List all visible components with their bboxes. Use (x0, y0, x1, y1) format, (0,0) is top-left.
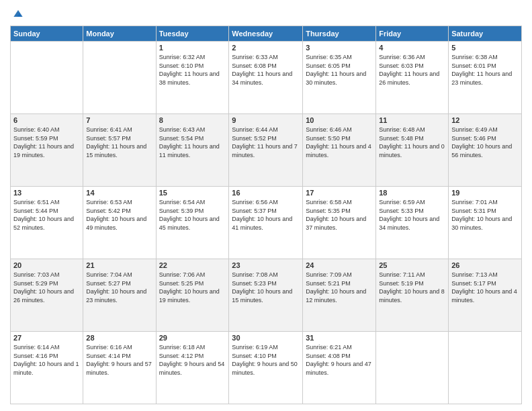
calendar-week-0: 1Sunrise: 6:32 AM Sunset: 6:10 PM Daylig… (11, 42, 522, 114)
day-number: 3 (306, 44, 373, 52)
calendar-cell: 11Sunrise: 6:48 AM Sunset: 5:48 PM Dayli… (376, 114, 449, 187)
calendar-cell: 15Sunrise: 6:54 AM Sunset: 5:39 PM Dayli… (156, 187, 229, 259)
cell-content: Sunrise: 7:04 AM Sunset: 5:27 PM Dayligh… (86, 271, 152, 304)
logo (10, 7, 25, 20)
calendar-cell: 2Sunrise: 6:33 AM Sunset: 6:08 PM Daylig… (229, 42, 303, 114)
cell-content: Sunrise: 6:40 AM Sunset: 5:59 PM Dayligh… (13, 126, 80, 159)
day-number: 16 (232, 189, 300, 197)
day-header-wednesday: Wednesday (229, 26, 303, 42)
day-number: 7 (86, 116, 152, 124)
day-header-sunday: Sunday (11, 26, 83, 42)
calendar-week-1: 6Sunrise: 6:40 AM Sunset: 5:59 PM Daylig… (11, 114, 522, 187)
calendar-cell: 3Sunrise: 6:35 AM Sunset: 6:05 PM Daylig… (303, 42, 376, 114)
calendar-cell: 19Sunrise: 7:01 AM Sunset: 5:31 PM Dayli… (449, 187, 522, 259)
day-number: 25 (379, 261, 445, 269)
cell-content: Sunrise: 6:49 AM Sunset: 5:46 PM Dayligh… (451, 126, 519, 159)
cell-content: Sunrise: 7:13 AM Sunset: 5:17 PM Dayligh… (451, 271, 519, 304)
day-number: 2 (232, 44, 300, 52)
cell-content: Sunrise: 6:19 AM Sunset: 4:10 PM Dayligh… (232, 343, 300, 377)
calendar-cell (449, 332, 522, 404)
calendar-week-4: 27Sunrise: 6:14 AM Sunset: 4:16 PM Dayli… (11, 332, 522, 404)
calendar-cell: 6Sunrise: 6:40 AM Sunset: 5:59 PM Daylig… (11, 114, 83, 187)
cell-content: Sunrise: 6:35 AM Sunset: 6:05 PM Dayligh… (306, 53, 373, 87)
cell-content: Sunrise: 6:56 AM Sunset: 5:37 PM Dayligh… (232, 198, 300, 232)
day-number: 4 (379, 44, 445, 52)
cell-content: Sunrise: 6:59 AM Sunset: 5:33 PM Dayligh… (379, 198, 445, 232)
day-number: 20 (13, 261, 80, 269)
calendar-cell: 10Sunrise: 6:46 AM Sunset: 5:50 PM Dayli… (303, 114, 376, 187)
calendar-cell: 24Sunrise: 7:09 AM Sunset: 5:21 PM Dayli… (303, 259, 376, 332)
day-number: 1 (159, 44, 226, 52)
calendar-cell: 9Sunrise: 6:44 AM Sunset: 5:52 PM Daylig… (229, 114, 303, 187)
day-number: 18 (379, 189, 445, 197)
calendar-cell: 8Sunrise: 6:43 AM Sunset: 5:54 PM Daylig… (156, 114, 229, 187)
day-number: 22 (159, 261, 226, 269)
calendar-week-2: 13Sunrise: 6:51 AM Sunset: 5:44 PM Dayli… (11, 187, 522, 259)
header (10, 7, 522, 20)
calendar-cell: 26Sunrise: 7:13 AM Sunset: 5:17 PM Dayli… (449, 259, 522, 332)
calendar-cell: 5Sunrise: 6:38 AM Sunset: 6:01 PM Daylig… (449, 42, 522, 114)
day-number: 13 (13, 189, 80, 197)
day-number: 21 (86, 261, 152, 269)
calendar-cell: 14Sunrise: 6:53 AM Sunset: 5:42 PM Dayli… (83, 187, 156, 259)
calendar-cell: 18Sunrise: 6:59 AM Sunset: 5:33 PM Dayli… (376, 187, 449, 259)
day-number: 24 (306, 261, 373, 269)
calendar-header-row: SundayMondayTuesdayWednesdayThursdayFrid… (11, 26, 522, 42)
cell-content: Sunrise: 6:16 AM Sunset: 4:14 PM Dayligh… (86, 343, 152, 377)
cell-content: Sunrise: 6:46 AM Sunset: 5:50 PM Dayligh… (306, 126, 373, 159)
calendar-cell: 7Sunrise: 6:41 AM Sunset: 5:57 PM Daylig… (83, 114, 156, 187)
calendar-cell: 13Sunrise: 6:51 AM Sunset: 5:44 PM Dayli… (11, 187, 83, 259)
day-number: 26 (451, 261, 519, 269)
calendar-cell: 21Sunrise: 7:04 AM Sunset: 5:27 PM Dayli… (83, 259, 156, 332)
cell-content: Sunrise: 6:43 AM Sunset: 5:54 PM Dayligh… (159, 126, 226, 159)
day-number: 30 (232, 334, 300, 342)
day-number: 8 (159, 116, 226, 124)
day-number: 29 (159, 334, 226, 342)
day-number: 27 (13, 334, 80, 342)
cell-content: Sunrise: 6:33 AM Sunset: 6:08 PM Dayligh… (232, 53, 300, 87)
calendar-cell: 22Sunrise: 7:06 AM Sunset: 5:25 PM Dayli… (156, 259, 229, 332)
day-header-thursday: Thursday (303, 26, 376, 42)
calendar-cell: 17Sunrise: 6:58 AM Sunset: 5:35 PM Dayli… (303, 187, 376, 259)
page: SundayMondayTuesdayWednesdayThursdayFrid… (0, 0, 532, 411)
calendar-table: SundayMondayTuesdayWednesdayThursdayFrid… (10, 26, 522, 404)
day-header-friday: Friday (376, 26, 449, 42)
day-number: 10 (306, 116, 373, 124)
logo-icon (11, 7, 25, 20)
calendar-cell: 28Sunrise: 6:16 AM Sunset: 4:14 PM Dayli… (83, 332, 156, 404)
cell-content: Sunrise: 6:38 AM Sunset: 6:01 PM Dayligh… (451, 53, 519, 87)
calendar-cell (376, 332, 449, 404)
cell-content: Sunrise: 6:51 AM Sunset: 5:44 PM Dayligh… (13, 198, 80, 232)
calendar-cell: 16Sunrise: 6:56 AM Sunset: 5:37 PM Dayli… (229, 187, 303, 259)
calendar-week-3: 20Sunrise: 7:03 AM Sunset: 5:29 PM Dayli… (11, 259, 522, 332)
cell-content: Sunrise: 6:53 AM Sunset: 5:42 PM Dayligh… (86, 198, 152, 232)
calendar-cell: 12Sunrise: 6:49 AM Sunset: 5:46 PM Dayli… (449, 114, 522, 187)
cell-content: Sunrise: 6:41 AM Sunset: 5:57 PM Dayligh… (86, 126, 152, 159)
cell-content: Sunrise: 7:03 AM Sunset: 5:29 PM Dayligh… (13, 271, 80, 304)
day-number: 9 (232, 116, 300, 124)
calendar-cell: 23Sunrise: 7:08 AM Sunset: 5:23 PM Dayli… (229, 259, 303, 332)
day-header-monday: Monday (83, 26, 156, 42)
cell-content: Sunrise: 6:14 AM Sunset: 4:16 PM Dayligh… (13, 343, 80, 377)
calendar-cell: 29Sunrise: 6:18 AM Sunset: 4:12 PM Dayli… (156, 332, 229, 404)
day-number: 12 (451, 116, 519, 124)
day-number: 23 (232, 261, 300, 269)
cell-content: Sunrise: 6:48 AM Sunset: 5:48 PM Dayligh… (379, 126, 445, 159)
calendar-cell: 25Sunrise: 7:11 AM Sunset: 5:19 PM Dayli… (376, 259, 449, 332)
calendar-cell: 1Sunrise: 6:32 AM Sunset: 6:10 PM Daylig… (156, 42, 229, 114)
day-number: 6 (13, 116, 80, 124)
day-number: 17 (306, 189, 373, 197)
calendar-cell: 31Sunrise: 6:21 AM Sunset: 4:08 PM Dayli… (303, 332, 376, 404)
calendar-cell (83, 42, 156, 114)
day-number: 5 (451, 44, 519, 52)
cell-content: Sunrise: 6:21 AM Sunset: 4:08 PM Dayligh… (306, 343, 373, 377)
cell-content: Sunrise: 6:58 AM Sunset: 5:35 PM Dayligh… (306, 198, 373, 232)
cell-content: Sunrise: 6:54 AM Sunset: 5:39 PM Dayligh… (159, 198, 226, 232)
day-number: 19 (451, 189, 519, 197)
cell-content: Sunrise: 6:36 AM Sunset: 6:03 PM Dayligh… (379, 53, 445, 87)
cell-content: Sunrise: 7:01 AM Sunset: 5:31 PM Dayligh… (451, 198, 519, 232)
calendar-cell: 4Sunrise: 6:36 AM Sunset: 6:03 PM Daylig… (376, 42, 449, 114)
calendar-cell: 27Sunrise: 6:14 AM Sunset: 4:16 PM Dayli… (11, 332, 83, 404)
cell-content: Sunrise: 7:09 AM Sunset: 5:21 PM Dayligh… (306, 271, 373, 304)
calendar-cell: 30Sunrise: 6:19 AM Sunset: 4:10 PM Dayli… (229, 332, 303, 404)
